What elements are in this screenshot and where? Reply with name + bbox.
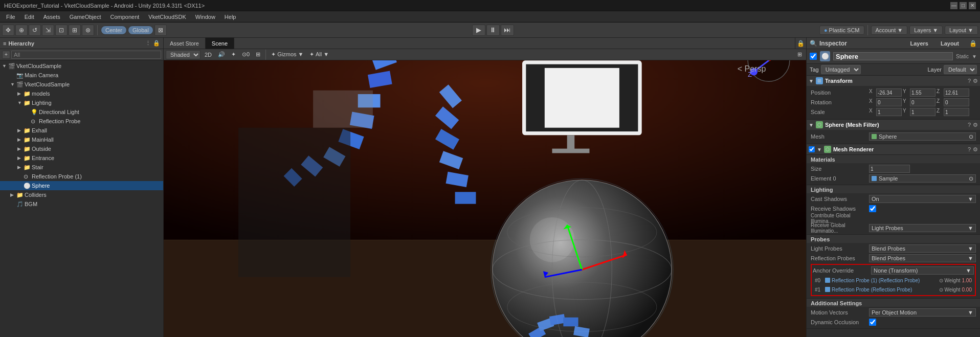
transform-header[interactable]: ▼ ⊞ Transform ? ⚙ — [807, 76, 980, 86]
tree-item-colliders[interactable]: ▶ 📁 Colliders — [0, 190, 163, 199]
size-input[interactable] — [869, 165, 910, 173]
layers-button[interactable]: Layers ▼ — [909, 26, 943, 35]
tab-scene[interactable]: Scene — [206, 38, 234, 49]
light-probes-dropdown[interactable]: Blend Probes ▼ — [869, 244, 976, 253]
menu-vketcloudsdk[interactable]: VketCloudSDK — [144, 13, 190, 21]
transform-help[interactable]: ? — [968, 78, 971, 84]
tree-item-outside[interactable]: ▶ 📁 Outside — [0, 144, 163, 153]
mesh-renderer-help[interactable]: ? — [968, 146, 971, 153]
move-tool[interactable]: ⊕ — [15, 25, 28, 36]
menu-window[interactable]: Window — [191, 13, 219, 21]
mesh-filter-settings[interactable]: ⚙ — [973, 122, 978, 128]
scale-z-input[interactable] — [944, 108, 969, 116]
tag-dropdown[interactable]: Untagged — [821, 65, 861, 74]
tree-item-exhall[interactable]: ▶ 📁 Exhall — [0, 126, 163, 135]
center-button[interactable]: Center — [101, 26, 127, 35]
gizmos-dropdown[interactable]: ✦ Gizmos ▼ — [269, 51, 305, 58]
menu-assets[interactable]: Assets — [39, 13, 64, 21]
object-active-checkbox[interactable] — [810, 53, 817, 60]
all-dropdown[interactable]: ✦ All ▼ — [307, 51, 331, 58]
tree-item-mainhall[interactable]: ▶ 📁 MainHall — [0, 135, 163, 144]
menu-edit[interactable]: Edit — [20, 13, 38, 21]
hierarchy-menu-btn[interactable]: ⋮ — [145, 40, 151, 47]
tree-item-vketsample[interactable]: ▼ 🎬 VketCloudSample — [0, 80, 163, 89]
plastic-scm-button[interactable]: ● Plastic SCM — [819, 26, 864, 35]
close-button[interactable]: ✕ — [969, 2, 976, 9]
motion-vectors-dropdown[interactable]: Per Object Motion ▼ — [869, 308, 976, 317]
layout-button[interactable]: Layout ▼ — [945, 26, 978, 35]
audio-button[interactable]: 🔊 — [216, 51, 227, 58]
tree-item-reflprobe1[interactable]: ⊙ Reflection Probe (1) — [0, 172, 163, 181]
receive-gi-dropdown[interactable]: Light Probes ▼ — [869, 224, 976, 232]
layer-dropdown[interactable]: Default — [944, 65, 977, 74]
mesh-renderer-checkbox[interactable] — [809, 146, 815, 152]
pos-y-input[interactable] — [910, 88, 936, 97]
menu-component[interactable]: Component — [106, 13, 143, 21]
tree-item-stair[interactable]: ▶ 📁 Stair — [0, 163, 163, 172]
scale-tool[interactable]: ⇲ — [42, 25, 54, 36]
minimize-button[interactable]: — — [950, 2, 957, 9]
hand-tool[interactable]: ✥ — [2, 25, 14, 36]
transform-all-tool[interactable]: ⊞ — [69, 25, 81, 36]
scene-options3[interactable]: ⊞ — [795, 51, 804, 58]
scale-y-input[interactable] — [910, 108, 936, 116]
step-button[interactable]: ⏭ — [501, 25, 514, 36]
menu-help[interactable]: Help — [220, 13, 240, 21]
tree-item-reflprobe[interactable]: ⊙ Reflection Probe — [0, 117, 163, 126]
hierarchy-lock-btn[interactable]: 🔒 — [153, 40, 160, 47]
shading-dropdown[interactable]: Shaded — [166, 50, 201, 59]
inspector-lock[interactable]: 🔒 — [969, 40, 977, 47]
tab-layers[interactable]: Layers — [906, 39, 932, 48]
dynamic-occlusion-checkbox[interactable] — [869, 319, 876, 326]
probe-label-0[interactable]: Reflection Probe (1) (Reflection Probe) — [832, 278, 920, 283]
custom-tool[interactable]: ⊛ — [82, 25, 94, 36]
mesh-filter-header[interactable]: ▼ ⬡ Sphere (Mesh Filter) ? ⚙ — [807, 120, 980, 130]
rect-tool[interactable]: ⊡ — [55, 25, 68, 36]
rot-y-input[interactable] — [910, 98, 936, 106]
2d-button[interactable]: 2D — [203, 51, 214, 58]
tree-item-sphere[interactable]: ⚪ Sphere — [0, 181, 163, 190]
global-button[interactable]: Global — [128, 26, 153, 35]
menu-gameobject[interactable]: GameObject — [65, 13, 105, 21]
rot-z-input[interactable] — [944, 98, 969, 106]
receive-shadows-checkbox[interactable] — [869, 205, 876, 212]
rot-x-input[interactable] — [876, 98, 902, 106]
pause-button[interactable]: ⏸ — [486, 25, 500, 36]
fx-button[interactable]: ✦ — [229, 51, 238, 58]
account-button[interactable]: Account ▼ — [871, 26, 908, 35]
element0-target[interactable]: ⊙ — [969, 175, 973, 182]
scene-options1[interactable]: ⊙0 — [240, 51, 252, 58]
hierarchy-search[interactable]: All — [11, 51, 161, 59]
play-button[interactable]: ▶ — [472, 25, 485, 36]
anchor-override-dropdown[interactable]: None (Transform) ▼ — [871, 266, 974, 275]
object-name-input[interactable] — [833, 52, 953, 60]
maximize-button[interactable]: □ — [960, 2, 967, 9]
tree-item-lighting[interactable]: ▼ 📁 Lighting — [0, 98, 163, 107]
mesh-renderer-header[interactable]: ▼ ⬡ Mesh Renderer ? ⚙ — [807, 144, 980, 154]
static-arrow[interactable]: ▼ — [972, 54, 977, 59]
probe-label-1[interactable]: Reflection Probe (Reflection Probe) — [832, 287, 912, 293]
extra-tool[interactable]: ⊠ — [154, 25, 167, 36]
mesh-target-btn[interactable]: ⊙ — [969, 133, 973, 140]
pos-z-input[interactable] — [944, 88, 969, 97]
tab-asset-store[interactable]: Asset Store — [164, 38, 206, 49]
tree-item-maincamera[interactable]: 📷 Main Camera — [0, 71, 163, 80]
cast-shadows-dropdown[interactable]: On ▼ — [869, 195, 976, 203]
menu-file[interactable]: File — [2, 13, 19, 21]
tree-item-entrance[interactable]: ▶ 📁 Entrance — [0, 153, 163, 163]
hierarchy-add-btn[interactable]: + — [2, 51, 10, 59]
scale-x-input[interactable] — [876, 108, 902, 116]
pos-x-input[interactable] — [876, 88, 902, 97]
mesh-filter-help[interactable]: ? — [968, 122, 971, 128]
element0-dropdown[interactable]: Sample ⊙ — [869, 174, 976, 183]
mesh-dropdown[interactable]: Sphere ⊙ — [869, 132, 976, 141]
scene-lock[interactable]: 🔒 — [795, 38, 806, 49]
tree-item-models[interactable]: ▶ 📁 models — [0, 89, 163, 98]
mesh-renderer-settings[interactable]: ⚙ — [973, 146, 978, 153]
tree-item-dirlight[interactable]: 💡 Directional Light — [0, 107, 163, 117]
tree-item-root[interactable]: ▼ 🎬 VketCloudSample — [0, 61, 163, 71]
transform-settings[interactable]: ⚙ — [973, 78, 978, 84]
tab-layout[interactable]: Layout — [937, 39, 963, 48]
scene-options2[interactable]: ⊞ — [254, 51, 262, 58]
reflection-probes-dropdown[interactable]: Blend Probes ▼ — [869, 254, 976, 262]
